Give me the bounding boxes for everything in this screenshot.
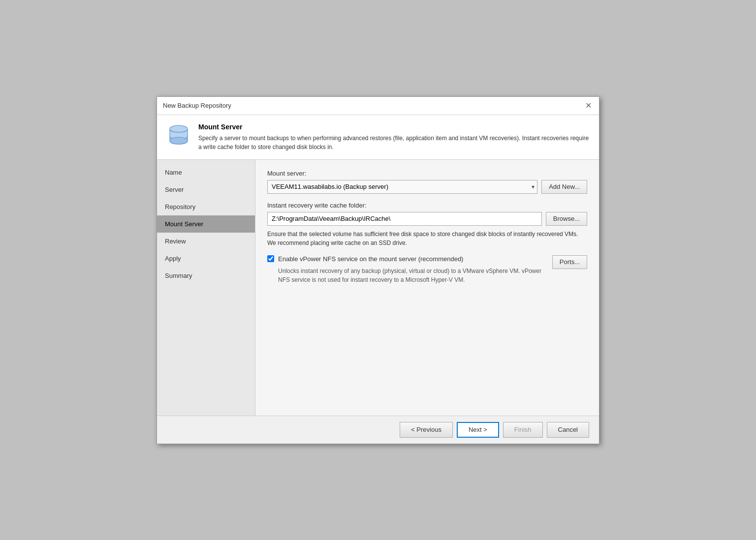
close-button[interactable]: ✕ <box>583 101 593 111</box>
previous-button[interactable]: < Previous <box>400 422 453 438</box>
mount-server-select-wrapper: VEEAM11.wasabilabs.io (Backup server) <box>267 180 537 194</box>
sidebar-item-mount-server[interactable]: Mount Server <box>157 215 255 233</box>
mount-server-group: Mount server: VEEAM11.wasabilabs.io (Bac… <box>267 170 587 194</box>
sidebar-item-summary[interactable]: Summary <box>157 267 255 284</box>
mount-server-row: VEEAM11.wasabilabs.io (Backup server) Ad… <box>267 180 587 194</box>
main-content: Mount server: VEEAM11.wasabilabs.io (Bac… <box>255 160 599 416</box>
ports-button[interactable]: Ports... <box>552 255 587 269</box>
next-button[interactable]: Next > <box>457 422 499 438</box>
cache-folder-row: Browse... <box>267 212 587 226</box>
header-title: Mount Server <box>198 123 589 131</box>
nfs-checkbox[interactable] <box>267 255 274 262</box>
sidebar-item-name[interactable]: Name <box>157 164 255 181</box>
footer: < Previous Next > Finish Cancel <box>157 416 599 444</box>
mount-server-select[interactable]: VEEAM11.wasabilabs.io (Backup server) <box>267 180 537 194</box>
sidebar-item-server[interactable]: Server <box>157 181 255 198</box>
body: Name Server Repository Mount Server Revi… <box>157 160 599 416</box>
header-text: Mount Server Specify a server to mount b… <box>198 123 589 151</box>
sidebar-item-apply[interactable]: Apply <box>157 250 255 267</box>
dialog-title: New Backup Repository <box>163 102 231 109</box>
nfs-checkbox-label[interactable]: Enable vPower NFS service on the mount s… <box>278 255 463 263</box>
cancel-button[interactable]: Cancel <box>547 422 589 438</box>
browse-button[interactable]: Browse... <box>546 212 587 226</box>
sidebar-item-repository[interactable]: Repository <box>157 198 255 215</box>
cache-folder-group: Instant recovery write cache folder: Bro… <box>267 202 587 247</box>
cache-help-text: Ensure that the selected volume has suff… <box>267 230 587 247</box>
nfs-checkbox-row: Enable vPower NFS service on the mount s… <box>267 255 546 263</box>
mount-server-label: Mount server: <box>267 170 587 177</box>
cache-folder-label: Instant recovery write cache folder: <box>267 202 587 209</box>
title-bar: New Backup Repository ✕ <box>157 97 599 115</box>
header-section: Mount Server Specify a server to mount b… <box>157 115 599 160</box>
sidebar-item-review[interactable]: Review <box>157 233 255 250</box>
nfs-section: Enable vPower NFS service on the mount s… <box>267 255 587 284</box>
finish-button[interactable]: Finish <box>503 422 543 438</box>
header-icon <box>167 123 190 147</box>
new-backup-repository-dialog: New Backup Repository ✕ Mount Server Spe… <box>157 96 599 444</box>
cache-folder-input[interactable] <box>267 212 542 226</box>
header-description: Specify a server to mount backups to whe… <box>198 134 589 151</box>
nfs-checkbox-left: Enable vPower NFS service on the mount s… <box>267 255 546 284</box>
add-new-button[interactable]: Add New... <box>541 180 587 194</box>
svg-point-1 <box>170 137 188 144</box>
sidebar: Name Server Repository Mount Server Revi… <box>157 160 255 416</box>
nfs-description: Unlocks instant recovery of any backup (… <box>278 267 546 284</box>
